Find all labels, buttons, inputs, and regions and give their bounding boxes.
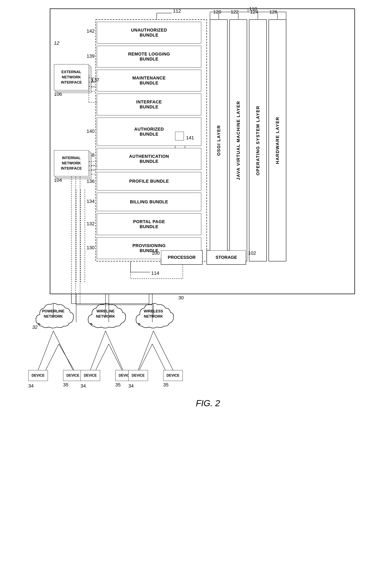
ref-35a: 35 <box>63 382 68 388</box>
svg-line-36 <box>46 344 59 370</box>
ref-130: 130 <box>87 245 95 251</box>
device-wireline-1: DEVICE <box>80 370 100 381</box>
ref-34c: 34 <box>128 383 134 389</box>
powerline-label: POWERLINENETWORK <box>32 309 75 319</box>
svg-line-38 <box>96 344 109 370</box>
wireline-label: WIRELINENETWORK <box>84 309 127 319</box>
svg-line-59 <box>38 331 53 370</box>
ref-114: 114 <box>151 270 159 276</box>
svg-line-37 <box>59 344 74 370</box>
external-interface-label: EXTERNAL NETWORK INTERFACE <box>54 69 89 85</box>
ref-126: 126 <box>269 9 278 15</box>
bundle-authorized: AUTHORIZED BUNDLE <box>97 118 201 146</box>
ref-12: 12 <box>54 40 59 46</box>
bundle-portal-page: PORTAL PAGE BUNDLE <box>97 213 201 235</box>
ref-106: 106 <box>54 91 62 97</box>
svg-line-60 <box>53 331 73 370</box>
bundle-interface: INTERFACE BUNDLE <box>97 94 201 115</box>
ref-104: 104 <box>54 177 62 183</box>
ref-34a: 34 <box>28 383 34 389</box>
ref-132: 132 <box>87 221 95 227</box>
ref-35c: 35 <box>163 382 168 388</box>
svg-line-41 <box>152 344 165 370</box>
wireline-network-cloud: WIRELINENETWORK <box>84 300 127 332</box>
device-powerline-1: DEVICE <box>28 370 48 381</box>
layer-hardware: HARDWARE LAYER <box>269 20 286 261</box>
wireless-network-cloud: WIRELESSNETWORK <box>132 300 175 332</box>
ref-30: 30 <box>179 295 184 301</box>
ref-124: 124 <box>250 9 258 15</box>
wireless-label: WIRELESSNETWORK <box>132 309 175 319</box>
ref-136: 136 <box>87 179 95 184</box>
ref-112: 112 <box>173 8 181 14</box>
ref-139: 139 <box>87 53 95 59</box>
powerline-network-cloud: POWERLINENETWORK <box>32 300 75 332</box>
internal-interface-label: INTERNAL NETWORK INTERFACE <box>54 155 89 171</box>
processor-box: PROCESSOR <box>161 250 202 265</box>
ref-35b: 35 <box>115 382 120 388</box>
bundle-maintenance: MAINTENANCE BUNDLE <box>97 70 201 91</box>
figure-label: FIG. 2 <box>196 399 220 408</box>
ref-134: 134 <box>87 199 95 204</box>
svg-line-39 <box>109 344 122 370</box>
storage-box: STORAGE <box>207 250 246 265</box>
bundle-profile: PROFILE BUNDLE <box>97 172 201 190</box>
bundle-billing: BILLING BUNDLE <box>97 193 201 211</box>
bundle-authentication: AUTHENTICATION BUNDLE <box>97 148 201 170</box>
authorized-bundle-icon <box>175 132 184 140</box>
ref-142: 142 <box>87 28 95 34</box>
ref-102: 102 <box>248 250 256 256</box>
svg-line-63 <box>138 331 153 370</box>
ref-120: 120 <box>213 9 221 15</box>
layer-os: OPERATING SYSTEM LAYER <box>249 20 266 261</box>
bundle-remote-logging: REMOTE LOGGING BUNDLE <box>97 46 201 67</box>
layer-jvm: JAVA VIRTUAL MACHINE LAYER <box>230 20 247 261</box>
ref-100: 100 <box>152 250 160 256</box>
layer-osgi: OSGI LAYER <box>210 20 227 261</box>
bundle-unauthorized: UNAUTHORIZED BUNDLE <box>97 22 201 43</box>
svg-line-40 <box>139 344 152 370</box>
device-wireless-1: DEVICE <box>128 370 148 381</box>
ref-140: 140 <box>87 128 95 134</box>
device-powerline-2: DEVICE <box>63 370 83 381</box>
device-wireless-2: DEVICE <box>163 370 183 381</box>
svg-line-64 <box>153 331 173 370</box>
svg-line-62 <box>105 331 123 370</box>
ref-141: 141 <box>186 135 194 141</box>
svg-rect-0 <box>50 9 355 294</box>
ref-34b: 34 <box>80 383 86 389</box>
ref-122: 122 <box>231 9 239 15</box>
diagram-container: 30 12 32 112 114 110 120 122 124 126 UNA… <box>0 0 381 588</box>
svg-line-61 <box>90 331 105 370</box>
